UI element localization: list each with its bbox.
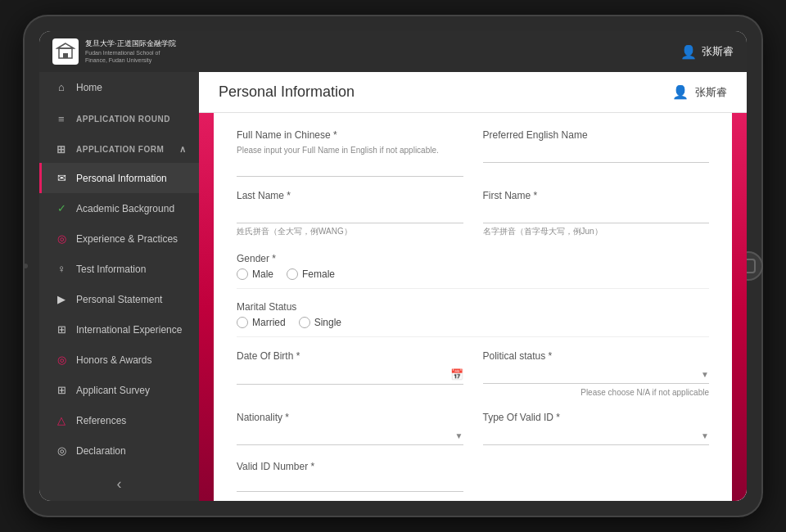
field-preferred-english-name: Preferred English Name <box>483 129 710 177</box>
full-name-chinese-input[interactable] <box>237 158 463 177</box>
logo-text: 复旦大学·正道国际金融学院 Fudan International School… <box>85 39 183 64</box>
date-field-dob: 📅 <box>237 365 463 385</box>
field-full-name-chinese: Full Name in Chinese * Please input your… <box>237 129 463 177</box>
sidebar-item-personal-statement[interactable]: ▶ Personal Statement <box>39 284 199 314</box>
marital-status-label: Marital Status <box>237 301 296 313</box>
academic-bg-icon: ✓ <box>55 202 68 214</box>
sidebar-collapse-btn[interactable]: ‹ <box>39 466 199 501</box>
sidebar-label-academic-bg: Academic Background <box>76 203 174 214</box>
row-dob-political: Date Of Birth * 📅 Political status * <box>237 350 709 399</box>
gender-male[interactable]: Male <box>237 268 273 280</box>
gender-radio-group: Male Female <box>237 268 709 280</box>
app-container: 复旦大学·正道国际金融学院 Fudan International School… <box>39 31 747 501</box>
deco-right <box>732 113 747 501</box>
references-icon: △ <box>55 414 68 426</box>
first-name-label: First Name * <box>483 190 710 201</box>
logo-line2: Fudan International School of Finance, F… <box>85 49 183 64</box>
sidebar-item-declaration[interactable]: ◎ Declaration <box>39 435 199 466</box>
sidebar-item-experience[interactable]: ◎ Experience & Practices <box>39 223 199 254</box>
dob-input[interactable] <box>237 369 450 381</box>
main-content: Personal Information 👤 张斯睿 <box>199 72 747 501</box>
sidebar-label-app-form: APPLICATION FORM <box>76 145 164 154</box>
field-last-name: Last Name * 姓氏拼音（全大写，例WANG） <box>237 190 463 237</box>
nationality-select[interactable] <box>237 430 455 441</box>
declaration-icon: ◎ <box>55 444 68 457</box>
sidebar-item-honors-awards[interactable]: ◎ Honors & Awards <box>39 345 199 375</box>
marital-married-radio[interactable] <box>237 317 248 328</box>
row-nationality-id-type: Nationality * ▼ <box>237 412 709 445</box>
sidebar-label-app-round: APPLICATION ROUND <box>76 115 170 124</box>
logo-line1: 复旦大学·正道国际金融学院 <box>85 39 183 49</box>
row-last-first-name: Last Name * 姓氏拼音（全大写，例WANG） First Name *… <box>237 190 709 237</box>
last-name-input[interactable] <box>237 205 463 223</box>
sidebar-item-international-exp[interactable]: ⊞ International Experience <box>39 314 199 345</box>
id-type-select[interactable] <box>483 430 702 441</box>
personal-statement-icon: ▶ <box>55 293 68 305</box>
gender-female-radio[interactable] <box>287 268 298 280</box>
gender-female[interactable]: Female <box>287 268 335 280</box>
content-area: Full Name in Chinese * Please input your… <box>199 113 747 501</box>
marital-married-label: Married <box>252 317 286 328</box>
user-name: 张斯睿 <box>702 44 734 59</box>
preferred-english-name-input[interactable] <box>483 144 710 163</box>
sidebar-label-experience: Experience & Practices <box>76 233 178 245</box>
sidebar-item-test-info[interactable]: ♀ Test Information <box>39 254 199 284</box>
gender-male-label: Male <box>252 268 273 280</box>
tablet-screen: 复旦大学·正道国际金融学院 Fudan International School… <box>39 31 747 501</box>
political-status-select[interactable] <box>483 368 702 380</box>
first-name-hint: 名字拼音（首字母大写，例Jun） <box>483 226 710 237</box>
marital-single-radio[interactable] <box>299 317 310 328</box>
first-name-input[interactable] <box>483 205 710 223</box>
sidebar-label-declaration: Declaration <box>76 445 126 457</box>
sidebar-label-applicant-survey: Applicant Survey <box>76 385 150 396</box>
sidebar-item-academic-bg[interactable]: ✓ Academic Background <box>39 193 199 223</box>
row-names: Full Name in Chinese * Please input your… <box>237 129 709 177</box>
field-marital-group: Marital Status Married Singl <box>237 299 709 337</box>
sidebar-item-application-round[interactable]: ≡ APPLICATION ROUND <box>39 106 199 133</box>
preferred-english-name-label: Preferred English Name <box>483 129 710 141</box>
field-political-status: Political status * ▼ Please choose N/A i… <box>483 350 710 399</box>
test-info-icon: ♀ <box>55 263 68 275</box>
sidebar-item-applicant-survey[interactable]: ⊞ Applicant Survey <box>39 375 199 405</box>
sidebar-label-honors-awards: Honors & Awards <box>76 354 152 366</box>
nationality-arrow: ▼ <box>455 431 463 440</box>
home-icon: ⌂ <box>55 81 68 93</box>
school-logo-svg <box>56 42 75 61</box>
main-header: Personal Information 👤 张斯睿 <box>199 72 747 113</box>
political-status-hint: Please choose N/A if not applicable <box>483 387 710 399</box>
logo-icon <box>52 38 79 65</box>
calendar-icon[interactable]: 📅 <box>450 368 463 381</box>
app-header: 复旦大学·正道国际金融学院 Fudan International School… <box>39 31 747 72</box>
nationality-select-container: ▼ <box>237 426 463 445</box>
marital-single[interactable]: Single <box>299 317 341 328</box>
content-wrapper: Full Name in Chinese * Please input your… <box>199 113 747 501</box>
sidebar-label-personal-statement: Personal Statement <box>76 294 162 305</box>
last-name-label: Last Name * <box>237 190 463 201</box>
sidebar-item-application-form[interactable]: ⊞ APPLICATION FORM ∧ <box>39 136 199 163</box>
app-form-icon: ⊞ <box>55 143 68 156</box>
marital-radio-group: Married Single <box>237 317 709 328</box>
international-exp-icon: ⊞ <box>55 323 68 336</box>
field-valid-id-number: Valid ID Number * <box>237 458 463 492</box>
valid-id-number-input[interactable] <box>237 473 463 492</box>
political-status-label: Political status * <box>483 350 710 362</box>
full-name-chinese-label: Full Name in Chinese * <box>237 129 463 141</box>
field-id-type: Type Of Valid ID * ▼ <box>483 412 710 445</box>
header-logo: 复旦大学·正道国际金融学院 Fudan International School… <box>52 38 183 65</box>
sidebar-label-home: Home <box>76 82 102 93</box>
marital-married[interactable]: Married <box>237 317 286 328</box>
last-name-hint: 姓氏拼音（全大写，例WANG） <box>237 226 463 237</box>
sidebar-item-home[interactable]: ⌂ Home <box>39 72 199 102</box>
sidebar-item-references[interactable]: △ References <box>39 405 199 435</box>
gender-divider <box>237 288 709 289</box>
svg-rect-2 <box>63 53 68 58</box>
sidebar: ⌂ Home ≡ APPLICATION ROUND ⊞ APPLIC <box>39 72 199 501</box>
app-form-chevron: ∧ <box>179 144 187 155</box>
id-type-select-container: ▼ <box>483 426 710 445</box>
sidebar-label-international-exp: International Experience <box>76 324 182 336</box>
sidebar-label-personal-info: Personal Information <box>76 173 167 184</box>
sidebar-item-personal-info[interactable]: ✉ Personal Information <box>39 163 199 193</box>
marital-divider <box>237 336 709 337</box>
gender-male-radio[interactable] <box>237 268 248 280</box>
honors-awards-icon: ◎ <box>55 354 68 366</box>
